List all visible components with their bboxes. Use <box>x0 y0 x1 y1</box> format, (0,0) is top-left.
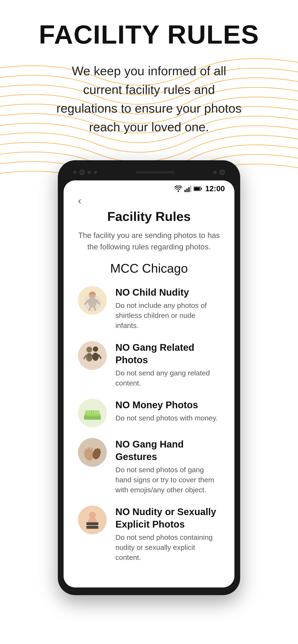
page-subtitle: We keep you informed of all current faci… <box>55 62 243 136</box>
svg-rect-32 <box>90 448 93 453</box>
svg-rect-7 <box>194 187 200 190</box>
phone-mockup-container: 12:00 ‹ Facility Rules The facility you … <box>0 151 298 595</box>
rule-title-gang-photos: NO Gang Related Photos <box>115 341 220 366</box>
svg-rect-35 <box>97 448 98 453</box>
svg-rect-39 <box>86 522 98 525</box>
back-button[interactable]: ‹ <box>78 195 81 206</box>
rule-text-child-nudity: NO Child Nudity Do not include any photo… <box>115 286 220 330</box>
rule-desc-nudity: Do not send photos containing nudity or … <box>115 532 220 562</box>
phone-outer: 12:00 ‹ Facility Rules The facility you … <box>58 160 240 595</box>
rule-icon-nudity <box>78 506 107 534</box>
rule-item-money-photos: $ NO Money Photos Do not send photos wit… <box>78 399 220 428</box>
rule-item-nudity: NO Nudity or Sexually Explicit Photos Do… <box>78 506 220 562</box>
front-camera <box>79 170 85 175</box>
rule-text-gang-gestures: NO Gang Hand Gestures Do not send photos… <box>115 438 220 495</box>
sensor-dot-3 <box>94 170 97 174</box>
rule-item-child-nudity: NO Child Nudity Do not include any photo… <box>78 286 220 330</box>
svg-point-18 <box>92 353 99 361</box>
status-time: 12:00 <box>205 184 225 193</box>
svg-point-14 <box>84 294 101 311</box>
phone-sensors-left <box>73 170 97 175</box>
app-content: ‹ Facility Rules The facility you are se… <box>64 195 234 588</box>
page-title: FACILITY RULES <box>0 19 298 50</box>
svg-line-21 <box>99 355 101 358</box>
svg-line-20 <box>93 355 94 356</box>
svg-line-19 <box>84 356 86 359</box>
phone-top-bar <box>64 167 234 178</box>
svg-point-16 <box>93 346 98 352</box>
rule-icon-money: $ <box>78 399 107 428</box>
svg-rect-3 <box>188 187 190 192</box>
rule-item-gang-gestures: NO Gang Hand Gestures Do not send photos… <box>78 438 220 495</box>
sensor-camera-right <box>220 170 225 175</box>
svg-point-0 <box>178 191 179 192</box>
app-header-title: Facility Rules <box>78 209 220 224</box>
phone-sensors-right <box>213 170 225 175</box>
rule-item-gang-photos: NO Gang Related Photos Do not send any g… <box>78 341 220 388</box>
rule-text-nudity: NO Nudity or Sexually Explicit Photos Do… <box>115 506 220 562</box>
rule-title-money-photos: NO Money Photos <box>115 399 220 411</box>
facility-name: MCC Chicago <box>78 261 220 276</box>
svg-rect-1 <box>185 190 186 192</box>
status-bar: 12:00 <box>64 180 234 195</box>
rule-icon-hands <box>78 438 107 467</box>
rule-desc-child-nudity: Do not include any photos of shirtless c… <box>115 300 220 330</box>
speaker-bar <box>136 171 175 174</box>
svg-rect-4 <box>190 186 191 192</box>
rule-text-gang-photos: NO Gang Related Photos Do not send any g… <box>115 341 220 388</box>
page-wrapper: FACILITY RULES We keep you informed of a… <box>0 0 298 644</box>
svg-rect-6 <box>201 188 202 190</box>
rule-title-gang-gestures: NO Gang Hand Gestures <box>115 438 220 463</box>
rule-icon-child <box>78 286 107 315</box>
svg-rect-40 <box>86 526 98 529</box>
rule-text-money-photos: NO Money Photos Do not send photos with … <box>115 399 220 423</box>
top-section: FACILITY RULES We keep you informed of a… <box>0 0 298 151</box>
wifi-icon <box>175 186 182 192</box>
svg-text:$: $ <box>92 411 93 414</box>
sensor-dot-2 <box>88 170 91 174</box>
rule-desc-gang-photos: Do not send any gang related content. <box>115 368 220 388</box>
rule-icon-gang <box>78 341 107 370</box>
rule-title-child-nudity: NO Child Nudity <box>115 286 220 298</box>
app-description: The facility you are sending photos to h… <box>78 230 220 252</box>
sensor-dot-1 <box>73 170 77 174</box>
rule-desc-money-photos: Do not send photos with money. <box>115 413 220 423</box>
signal-icon <box>185 186 191 192</box>
rule-title-nudity: NO Nudity or Sexually Explicit Photos <box>115 506 220 530</box>
rule-desc-gang-gestures: Do not send photos of gang hand signs or… <box>115 465 220 495</box>
battery-icon <box>194 186 202 192</box>
sensor-dot-4 <box>213 170 217 174</box>
phone-screen: 12:00 ‹ Facility Rules The facility you … <box>64 180 234 588</box>
svg-rect-22 <box>88 354 91 359</box>
status-icons <box>175 186 202 192</box>
svg-point-15 <box>86 347 92 352</box>
svg-rect-2 <box>186 188 188 192</box>
